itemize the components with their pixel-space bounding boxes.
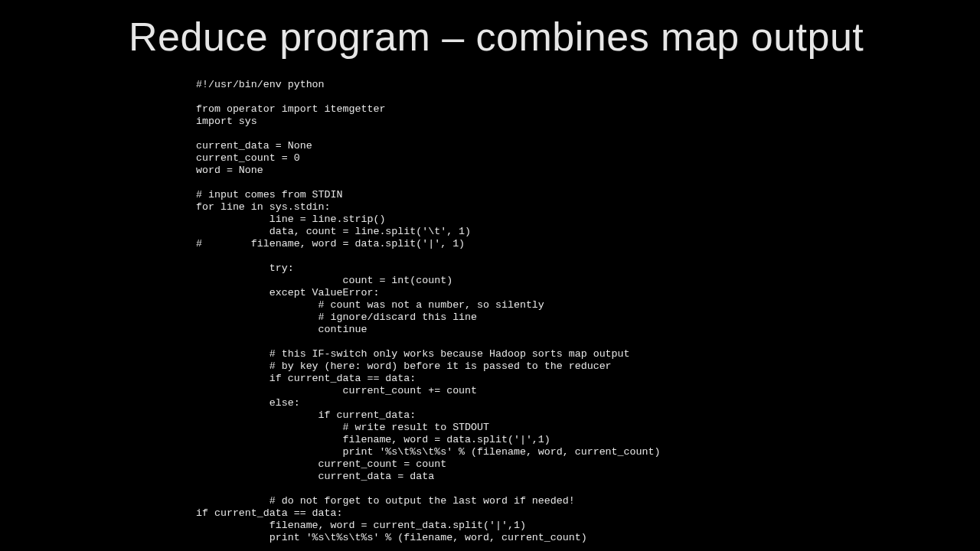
slide: Reduce program – combines map output #!/…: [0, 0, 980, 551]
slide-title: Reduce program – combines map output: [129, 14, 864, 60]
code-block: #!/usr/bin/env python from operator impo…: [196, 79, 660, 544]
